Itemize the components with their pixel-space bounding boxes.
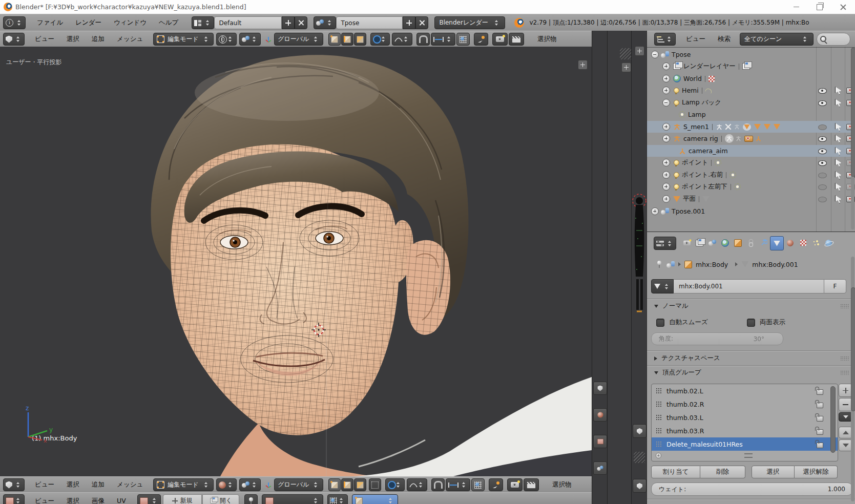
select-button[interactable]: 選択 xyxy=(752,466,795,478)
cursor-depth-button[interactable] xyxy=(474,33,488,46)
render-engine-select[interactable]: Blenderレンダー xyxy=(434,16,505,29)
menu-render[interactable]: レンダー xyxy=(69,18,108,27)
tab-data-active[interactable] xyxy=(770,236,784,250)
menu-file[interactable]: ファイル xyxy=(31,18,69,27)
deselect-button[interactable]: 選択解除 xyxy=(795,466,838,478)
viewport-shading-select[interactable] xyxy=(216,33,237,46)
outliner-item-label[interactable]: camera rig xyxy=(683,135,718,142)
outliner-row[interactable]: ポイント.右前 xyxy=(647,169,855,181)
outliner-row[interactable]: ポイント左前下 xyxy=(647,181,855,193)
fake-user-button[interactable]: F xyxy=(824,279,846,293)
selectability-toggle[interactable] xyxy=(835,87,842,95)
selectability-toggle[interactable] xyxy=(835,195,842,203)
uv-menu-uv[interactable]: UV xyxy=(111,497,132,504)
visibility-toggle[interactable] xyxy=(818,88,827,94)
lock-open-icon[interactable] xyxy=(817,416,823,422)
double-sided-label[interactable]: 両面表示 xyxy=(760,318,785,327)
outliner-search-input[interactable] xyxy=(817,33,850,46)
snap-element-select[interactable] xyxy=(446,478,470,491)
tab-object[interactable] xyxy=(732,236,744,249)
uv-selectmode-buttons[interactable] xyxy=(352,494,398,504)
breadcrumb-data[interactable]: mhx:Body.001 xyxy=(752,261,798,268)
delete-screen-button[interactable] xyxy=(295,16,307,29)
restore-button[interactable] xyxy=(808,0,831,14)
snap-element-select[interactable] xyxy=(431,33,455,46)
opengl-render-button[interactable] xyxy=(507,478,523,491)
tab-world[interactable] xyxy=(719,236,732,249)
opengl-render-button[interactable] xyxy=(492,33,508,46)
tab-physics[interactable] xyxy=(822,236,835,249)
outliner-item-label[interactable]: World xyxy=(683,75,702,82)
strip-editor-button[interactable] xyxy=(633,424,647,438)
screen-layout-icon-button[interactable] xyxy=(192,16,214,29)
editor-type-button-3dview[interactable] xyxy=(3,33,25,46)
select-mode-vertex-button[interactable] xyxy=(328,478,341,491)
scene-field[interactable]: Tpose xyxy=(336,16,403,29)
double-sided-checkbox[interactable] xyxy=(747,319,755,327)
lock-open-icon[interactable] xyxy=(817,403,823,408)
uv-menu-select[interactable]: 選択 xyxy=(60,497,86,504)
datablock-name-input[interactable]: mhx:Body.001 xyxy=(674,279,824,293)
expand-icon[interactable] xyxy=(662,159,670,166)
selectability-toggle[interactable] xyxy=(835,135,842,143)
manipulator-axis-icon[interactable] xyxy=(265,36,272,43)
vertex-group-item-selected[interactable]: Delete_malesuit01HRes xyxy=(652,437,838,451)
vp-menu-select[interactable]: 選択 xyxy=(60,480,86,489)
remove-button[interactable]: 削除 xyxy=(700,466,745,478)
visibility-toggle[interactable] xyxy=(818,136,827,142)
proportional-edit-select[interactable] xyxy=(385,478,405,491)
outliner-row[interactable]: Hemi xyxy=(647,85,855,96)
occlude-geometry-button[interactable] xyxy=(369,478,381,491)
vertex-group-remove-button[interactable] xyxy=(839,398,852,411)
selectability-toggle[interactable] xyxy=(835,171,842,179)
select-mode-face-button[interactable] xyxy=(354,33,366,46)
outliner-item-label[interactable]: Hemi xyxy=(682,87,699,94)
strip-editor-button[interactable] xyxy=(593,382,607,395)
weight-slider[interactable]: ウェイト: 1.000 xyxy=(651,482,853,496)
mode-select[interactable]: 編集モード xyxy=(153,33,214,46)
orientation-select[interactable]: グローバル xyxy=(274,478,323,491)
tab-render-layers[interactable] xyxy=(693,236,706,249)
scene-icon-button[interactable] xyxy=(314,16,336,29)
uv-menu-image[interactable]: 画像 xyxy=(86,497,111,504)
visibility-toggle[interactable] xyxy=(818,184,827,190)
breadcrumb-object[interactable]: mhx:Body xyxy=(696,261,728,268)
outliner-row-selected[interactable]: S_men1 xyxy=(647,121,855,133)
vertex-group-item[interactable]: thumb.02.R xyxy=(652,397,838,411)
visibility-toggle[interactable] xyxy=(818,149,827,154)
panel-grip-icon[interactable] xyxy=(840,356,849,361)
editor-type-button-3dview[interactable] xyxy=(3,478,25,491)
editor-type-button-outliner[interactable] xyxy=(654,33,676,46)
assign-button[interactable]: 割り当て xyxy=(651,466,700,478)
vertex-group-item[interactable]: thumb.03.L xyxy=(652,411,838,424)
add-scene-button[interactable] xyxy=(403,16,415,29)
outliner-item-label[interactable]: Tpose.001 xyxy=(672,207,705,215)
visibility-toggle[interactable] xyxy=(818,124,827,130)
cursor-depth-button[interactable] xyxy=(489,478,503,491)
editor-type-button-properties[interactable] xyxy=(654,237,676,250)
vp-menu-mesh[interactable]: メッシュ xyxy=(111,35,149,44)
image-new-button[interactable]: 新規 xyxy=(163,494,202,504)
outliner-menu-view[interactable]: ビュー xyxy=(680,35,712,44)
orientation-select[interactable]: グローバル xyxy=(274,33,323,46)
vp-menu-add[interactable]: 追加 xyxy=(86,480,111,489)
expand-icon[interactable] xyxy=(662,87,670,94)
tab-material[interactable] xyxy=(784,236,797,249)
outliner-row[interactable]: レンダーレイヤー xyxy=(647,60,855,72)
strip-shading-button[interactable] xyxy=(593,408,607,422)
vp-menu-select[interactable]: 選択 xyxy=(60,35,86,44)
angle-slider[interactable]: 角度: 30° xyxy=(651,332,783,345)
expand-icon[interactable] xyxy=(662,62,670,70)
mesh-datablock-button[interactable] xyxy=(651,279,674,293)
viewport-shading-select[interactable] xyxy=(216,478,237,491)
screen-layout-field[interactable]: Default xyxy=(214,16,282,29)
outliner-row[interactable]: camera rig xyxy=(647,133,855,144)
vertex-group-add-button[interactable] xyxy=(839,384,852,397)
expand-icon[interactable] xyxy=(662,135,670,142)
vertex-group-list[interactable]: thumb.02.L thumb.02.R thumb.03.L thumb.0… xyxy=(651,384,838,461)
panel-header-vertex-groups[interactable]: 頂点グループ xyxy=(654,368,849,377)
add-screen-button[interactable] xyxy=(282,16,295,29)
list-resize-handle[interactable] xyxy=(744,453,753,458)
image-datablock-select[interactable] xyxy=(137,494,161,504)
uv-snap-select[interactable] xyxy=(327,494,348,504)
